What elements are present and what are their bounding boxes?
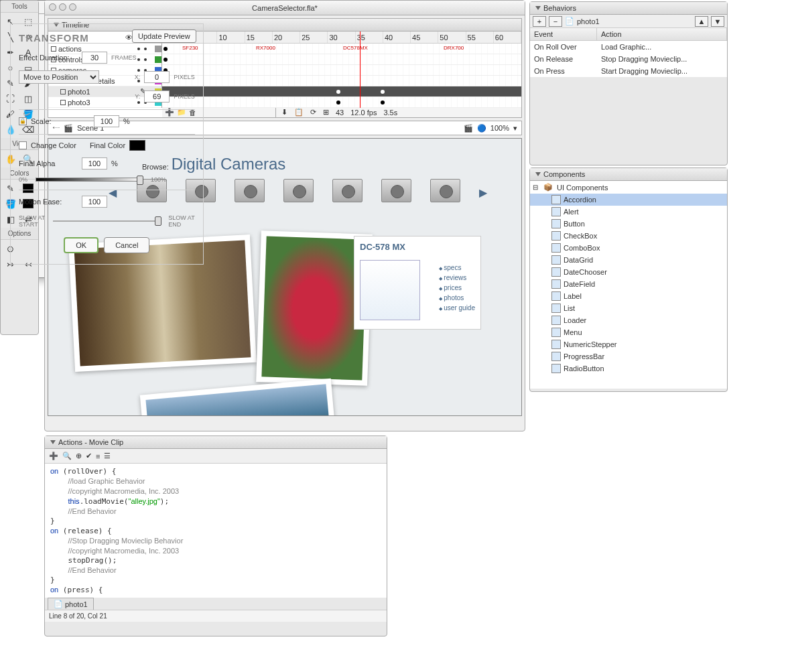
camera-thumb-4[interactable]: [283, 179, 314, 202]
link-photos[interactable]: photos: [439, 293, 475, 303]
component-datechooser[interactable]: DateChooser: [530, 266, 727, 278]
frames-area[interactable]: 151015202530354045505560 SF230 RX7000 DC…: [162, 31, 521, 108]
alpha-input[interactable]: [82, 157, 107, 170]
action-header[interactable]: Action: [597, 28, 727, 40]
components-folder[interactable]: 📦 UI Components: [530, 181, 727, 194]
target-icon: 📄: [565, 17, 574, 25]
move-down-button[interactable]: ▼: [711, 16, 724, 27]
product-name: DC-578 MX: [360, 242, 475, 252]
component-checkbox[interactable]: CheckBox: [530, 230, 727, 242]
add-script-button[interactable]: ➕: [49, 452, 58, 460]
window-controls[interactable]: [49, 3, 76, 11]
component-progressbar[interactable]: ProgressBar: [530, 350, 727, 362]
behaviors-panel: Behaviors + − 📄 photo1 ▲ ▼ Event Action …: [529, 1, 728, 165]
component-datagrid[interactable]: DataGrid: [530, 254, 727, 266]
component-accordion[interactable]: Accordion: [530, 194, 727, 206]
component-menu[interactable]: Menu: [530, 326, 727, 338]
remove-behavior-button[interactable]: −: [549, 16, 562, 27]
lock-icon[interactable]: 🔒: [19, 117, 27, 125]
behavior-row[interactable]: On Roll OverLoad Graphic...: [530, 41, 727, 53]
alpha-slider[interactable]: [36, 178, 143, 182]
component-button[interactable]: Button: [530, 218, 727, 230]
next-arrow[interactable]: ▶: [479, 186, 488, 196]
add-behavior-button[interactable]: +: [533, 16, 546, 27]
camera-thumb-6[interactable]: [381, 179, 411, 202]
component-numstepper[interactable]: NumericStepper: [530, 338, 727, 350]
link-prices[interactable]: prices: [439, 283, 475, 293]
camera-thumb-5[interactable]: [332, 179, 363, 202]
component-datefield[interactable]: DateField: [530, 278, 727, 290]
actions-title: Actions - Movie Clip: [58, 438, 123, 446]
tools-title: Tools: [1, 1, 38, 13]
component-loader[interactable]: Loader: [530, 314, 727, 326]
ease-input[interactable]: [82, 196, 107, 208]
component-radiobutton[interactable]: RadioButton: [530, 362, 727, 375]
zoom-value[interactable]: 100%: [490, 124, 509, 132]
link-specs[interactable]: specs: [439, 263, 475, 273]
ease-slider[interactable]: [53, 220, 160, 222]
component-alert[interactable]: Alert: [530, 206, 727, 218]
link-guide[interactable]: user guide: [439, 303, 475, 313]
target-button[interactable]: ⊕: [76, 452, 82, 460]
edit-scene-icon[interactable]: 🎬: [464, 124, 473, 133]
code-editor[interactable]: on (rollOver) { //load Graphic Behavior …: [45, 464, 387, 598]
move-select[interactable]: Move to Position: [19, 70, 99, 84]
duration-label: Effect Duration:: [19, 54, 78, 62]
camera-thumb-3[interactable]: [235, 179, 265, 202]
check-button[interactable]: ✔: [86, 452, 92, 460]
format-button[interactable]: ≡: [96, 452, 100, 460]
window-titlebar: CameraSelector.fla*: [45, 1, 525, 15]
component-label[interactable]: Label: [530, 290, 727, 302]
component-list[interactable]: List: [530, 302, 727, 314]
frame-ruler[interactable]: 151015202530354045505560: [162, 31, 521, 44]
behavior-target: photo1: [577, 17, 600, 25]
change-color-checkbox[interactable]: [19, 141, 27, 149]
link-reviews[interactable]: reviews: [439, 273, 475, 283]
move-up-button[interactable]: ▲: [695, 16, 708, 27]
scale-input[interactable]: [94, 115, 119, 127]
current-frame: 43: [336, 109, 344, 117]
find-button[interactable]: 🔍: [62, 452, 72, 460]
photo-coast[interactable]: [140, 379, 336, 416]
update-preview-button[interactable]: Update Preview: [132, 29, 196, 43]
cancel-button[interactable]: Cancel: [104, 237, 149, 253]
zoom-dropdown-icon[interactable]: ▾: [513, 124, 517, 133]
actions-panel: Actions - Movie Clip ➕ 🔍 ⊕ ✔ ≡ ☰ on (rol…: [44, 435, 387, 636]
product-diagram: [360, 260, 420, 320]
script-tab[interactable]: 📄 photo1: [48, 598, 94, 610]
behaviors-title: Behaviors: [543, 4, 576, 12]
playhead[interactable]: [360, 31, 360, 108]
duration-input[interactable]: [82, 52, 107, 64]
y-input[interactable]: [144, 90, 170, 103]
edit-symbol-icon[interactable]: 🔵: [477, 124, 486, 133]
components-panel: Components 📦 UI Components Accordion Ale…: [529, 167, 728, 392]
elapsed-time: 3.5s: [383, 109, 397, 117]
components-title: Components: [543, 170, 585, 178]
camera-thumb-7[interactable]: [430, 179, 460, 202]
product-info: DC-578 MX specs reviews prices photos us…: [354, 236, 481, 330]
actions-toolbar: ➕ 🔍 ⊕ ✔ ≡ ☰: [45, 449, 387, 464]
final-color-swatch[interactable]: [129, 140, 145, 151]
event-header[interactable]: Event: [530, 28, 597, 40]
fps: 12.0 fps: [350, 109, 377, 117]
behavior-row[interactable]: On PressStart Dragging Movieclip...: [530, 65, 727, 77]
component-combobox[interactable]: ComboBox: [530, 242, 727, 254]
x-input[interactable]: [144, 71, 170, 83]
actions-status: Line 8 of 20, Col 21: [45, 610, 387, 622]
document-title: CameraSelector.fla*: [252, 4, 318, 12]
behavior-row[interactable]: On ReleaseStop Dragging Movieclip...: [530, 53, 727, 65]
ok-button[interactable]: OK: [64, 237, 98, 253]
hint-button[interactable]: ☰: [104, 452, 111, 460]
